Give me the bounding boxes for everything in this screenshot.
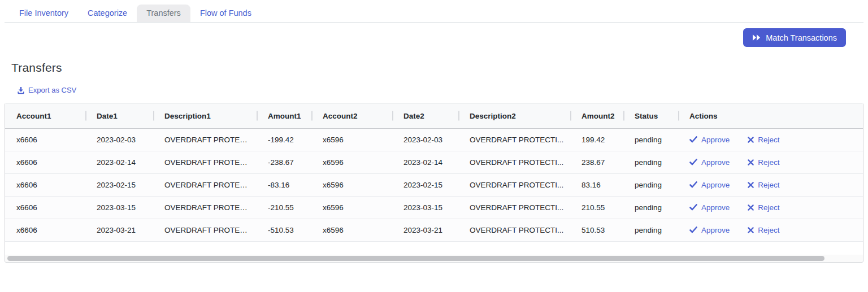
transfers-table: Account1 Date1 Description1 Amount1 Acco…: [5, 103, 863, 263]
cell-account1: x6606: [5, 196, 85, 219]
reject-label: Reject: [758, 226, 779, 234]
cell-description1: OVERDRAFT PROTECTI...: [153, 196, 257, 219]
approve-link[interactable]: Approve: [689, 158, 730, 167]
reject-link[interactable]: Reject: [748, 136, 779, 144]
cell-amount2: 199.42: [570, 128, 623, 151]
cell-date1: 2023-02-03: [85, 128, 153, 151]
approve-label: Approve: [701, 158, 730, 167]
table-header: Account1 Date1 Description1 Amount1 Acco…: [5, 103, 863, 129]
reject-link[interactable]: Reject: [748, 226, 779, 234]
x-icon: [748, 137, 754, 143]
tab[interactable]: Transfers: [137, 5, 190, 22]
cell-amount1: -510.53: [257, 219, 311, 241]
column-header: Account2: [311, 103, 392, 129]
cell-actions: Approve Reject: [678, 219, 863, 241]
cell-date1: 2023-03-21: [85, 219, 153, 241]
horizontal-scrollbar[interactable]: [5, 255, 863, 262]
cell-date2: 2023-03-21: [392, 219, 458, 241]
column-header: Date2: [392, 103, 458, 129]
cell-description1: OVERDRAFT PROTECTI...: [153, 128, 257, 151]
check-icon: [689, 159, 697, 165]
cell-status: pending: [623, 151, 678, 173]
download-icon: [17, 86, 25, 94]
tab[interactable]: Categorize: [78, 5, 137, 22]
cell-account1: x6606: [5, 219, 85, 241]
x-icon: [748, 227, 754, 233]
fast-forward-icon: [752, 34, 761, 41]
column-header: Description2: [458, 103, 570, 129]
approve-link[interactable]: Approve: [689, 181, 730, 189]
cell-account2: x6596: [311, 151, 392, 173]
check-icon: [689, 204, 697, 211]
column-header: Account1: [5, 103, 85, 129]
cell-description1: OVERDRAFT PROTECTI...: [153, 173, 257, 196]
page-title: Transfers: [11, 61, 868, 75]
column-header: Amount2: [570, 103, 623, 129]
cell-amount1: -210.55: [257, 196, 311, 219]
cell-description2: OVERDRAFT PROTECTI...: [458, 151, 570, 173]
cell-amount1: -238.67: [257, 151, 311, 173]
export-csv-link[interactable]: Export as CSV: [17, 86, 76, 94]
cell-description2: OVERDRAFT PROTECTI...: [458, 219, 570, 241]
cell-description2: OVERDRAFT PROTECTI...: [458, 173, 570, 196]
match-transactions-label: Match Transactions: [766, 33, 837, 42]
cell-account1: x6606: [5, 173, 85, 196]
x-icon: [748, 182, 754, 188]
cell-status: pending: [623, 219, 678, 241]
cell-date2: 2023-02-03: [392, 128, 458, 151]
export-csv-label: Export as CSV: [28, 86, 76, 94]
reject-link[interactable]: Reject: [748, 203, 779, 212]
cell-actions: Approve Reject: [678, 196, 863, 219]
cell-description1: OVERDRAFT PROTECTI...: [153, 151, 257, 173]
x-icon: [748, 204, 754, 211]
cell-amount2: 83.16: [570, 173, 623, 196]
reject-label: Reject: [758, 181, 779, 189]
tab[interactable]: Flow of Funds: [190, 5, 261, 22]
cell-date1: 2023-03-15: [85, 196, 153, 219]
x-icon: [748, 159, 754, 165]
page: File Inventory Categorize Transfers Flow…: [0, 5, 868, 263]
cell-status: pending: [623, 128, 678, 151]
column-header: Date1: [85, 103, 153, 129]
cell-account1: x6606: [5, 151, 85, 173]
cell-date1: 2023-02-14: [85, 151, 153, 173]
column-header: Actions: [678, 103, 863, 129]
check-icon: [689, 181, 697, 188]
cell-amount2: 238.67: [570, 151, 623, 173]
cell-date2: 2023-03-15: [392, 196, 458, 219]
table-empty-space: [5, 242, 863, 255]
cell-amount2: 210.55: [570, 196, 623, 219]
approve-label: Approve: [701, 181, 730, 189]
match-transactions-button[interactable]: Match Transactions: [743, 28, 846, 47]
check-icon: [689, 226, 697, 233]
horizontal-scrollbar-thumb[interactable]: [7, 256, 824, 261]
cell-account2: x6596: [311, 128, 392, 151]
table-row: x6606 2023-02-03 OVERDRAFT PROTECTI... -…: [5, 128, 863, 151]
approve-label: Approve: [701, 226, 730, 234]
reject-link[interactable]: Reject: [748, 158, 779, 167]
table-body: x6606 2023-02-03 OVERDRAFT PROTECTI... -…: [5, 128, 863, 241]
cell-account2: x6596: [311, 196, 392, 219]
tab-bar: File Inventory Categorize Transfers Flow…: [5, 5, 863, 23]
approve-link[interactable]: Approve: [689, 136, 730, 144]
cell-account2: x6596: [311, 219, 392, 241]
approve-link[interactable]: Approve: [689, 203, 730, 212]
cell-date1: 2023-02-15: [85, 173, 153, 196]
cell-status: pending: [623, 196, 678, 219]
cell-amount2: 510.53: [570, 219, 623, 241]
approve-label: Approve: [701, 203, 730, 212]
table-row: x6606 2023-02-15 OVERDRAFT PROTECTI... -…: [5, 173, 863, 196]
reject-link[interactable]: Reject: [748, 181, 779, 189]
approve-link[interactable]: Approve: [689, 226, 730, 234]
cell-description2: OVERDRAFT PROTECTI...: [458, 196, 570, 219]
table-row: x6606 2023-03-15 OVERDRAFT PROTECTI... -…: [5, 196, 863, 219]
tab[interactable]: File Inventory: [10, 5, 78, 22]
cell-account2: x6596: [311, 173, 392, 196]
reject-label: Reject: [758, 136, 779, 144]
cell-actions: Approve Reject: [678, 128, 863, 151]
cell-account1: x6606: [5, 128, 85, 151]
cell-amount1: -199.42: [257, 128, 311, 151]
reject-label: Reject: [758, 203, 779, 212]
cell-amount1: -83.16: [257, 173, 311, 196]
cell-actions: Approve Reject: [678, 173, 863, 196]
